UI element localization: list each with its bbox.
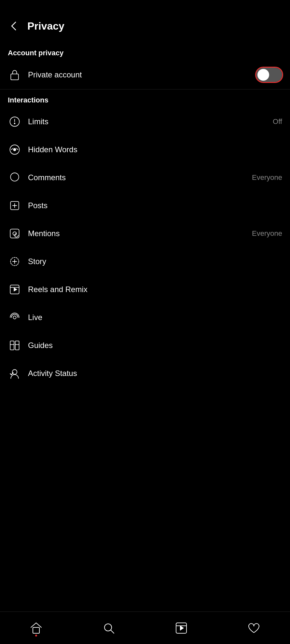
svg-rect-19 (10, 341, 14, 350)
guides-row[interactable]: Guides (0, 331, 290, 359)
activity-status-label: Activity Status (28, 369, 77, 378)
interactions-label: Interactions (0, 89, 290, 108)
reels-remix-label: Reels and Remix (28, 285, 88, 294)
private-account-row[interactable]: Private account (0, 60, 290, 89)
svg-rect-20 (15, 341, 19, 350)
svg-line-26 (111, 630, 114, 633)
posts-label: Posts (28, 201, 48, 210)
limits-label: Limits (28, 117, 48, 126)
svg-point-5 (13, 148, 17, 152)
live-icon (8, 311, 21, 324)
live-row[interactable]: Live (0, 303, 290, 331)
private-account-toggle[interactable] (256, 68, 282, 82)
posts-icon (8, 199, 21, 212)
comments-icon (8, 171, 21, 184)
lock-icon (8, 68, 21, 82)
story-row[interactable]: Story (0, 248, 290, 275)
story-icon (8, 255, 21, 268)
svg-point-23 (12, 369, 17, 374)
home-active-dot (35, 635, 37, 637)
mentions-label: Mentions (28, 229, 60, 238)
guides-label: Guides (28, 341, 53, 350)
comments-value: Everyone (252, 173, 282, 182)
account-privacy-section: Account privacy Private account (0, 42, 290, 89)
limits-icon (8, 115, 21, 128)
activity-status-icon (8, 367, 21, 380)
mentions-icon (8, 227, 21, 240)
mentions-value: Everyone (252, 229, 282, 238)
header: Privacy (0, 0, 290, 42)
live-label: Live (28, 313, 42, 322)
account-privacy-label: Account privacy (0, 42, 290, 60)
comments-row[interactable]: Comments Everyone (0, 164, 290, 192)
nav-activity[interactable] (241, 618, 267, 638)
limits-row[interactable]: Limits Off (0, 108, 290, 136)
story-label: Story (28, 257, 46, 266)
hidden-words-label: Hidden Words (28, 145, 77, 154)
svg-point-18 (13, 316, 16, 319)
bottom-navigation (0, 611, 290, 644)
hidden-words-row[interactable]: Hidden Words (0, 136, 290, 164)
limits-value: Off (273, 117, 282, 126)
svg-point-6 (10, 173, 19, 181)
nav-reels[interactable] (168, 618, 194, 638)
toggle-knob (257, 69, 269, 81)
guides-icon (8, 339, 21, 352)
activity-status-row[interactable]: Activity Status (0, 359, 290, 387)
svg-marker-16 (14, 288, 17, 292)
svg-marker-28 (180, 625, 184, 631)
nav-search[interactable] (96, 618, 122, 638)
comments-label: Comments (28, 173, 66, 182)
bottom-padding (0, 387, 290, 423)
back-button[interactable] (8, 20, 21, 33)
svg-point-3 (14, 123, 15, 124)
hidden-words-icon (8, 143, 21, 156)
svg-rect-0 (11, 74, 19, 80)
posts-row[interactable]: Posts (0, 192, 290, 220)
privacy-page: Privacy Account privacy Private account (0, 0, 290, 644)
reels-remix-icon (8, 283, 21, 296)
reels-remix-row[interactable]: Reels and Remix (0, 275, 290, 303)
mentions-row[interactable]: Mentions Everyone (0, 220, 290, 248)
svg-rect-24 (33, 627, 39, 633)
private-account-label: Private account (28, 70, 82, 79)
interactions-section: Interactions Limits Off (0, 89, 290, 387)
nav-home[interactable] (23, 618, 49, 638)
page-title: Privacy (27, 20, 64, 32)
